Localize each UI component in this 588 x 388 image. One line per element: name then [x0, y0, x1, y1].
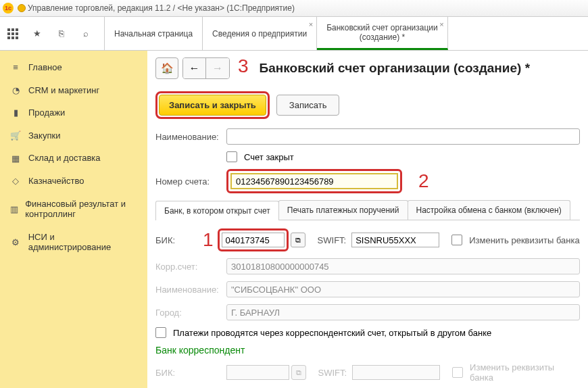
city-row: Город:	[155, 304, 580, 320]
swift-input[interactable]	[351, 233, 439, 247]
change-req-checkbox[interactable]	[451, 235, 462, 245]
menu-icon: ≡	[9, 62, 22, 72]
forward-button[interactable]: →	[206, 58, 229, 78]
tab-bank-account[interactable]: Банковский счет организации (создание) *…	[317, 17, 448, 50]
toolbar: 🏠 ← → 3 Банковский счет организации (соз…	[155, 57, 580, 79]
boxes-icon: ▦	[9, 153, 22, 164]
bik-input[interactable]	[222, 233, 285, 247]
change-req2-label: Изменить реквизиты банка	[470, 362, 580, 383]
annotation-3: 3	[238, 55, 249, 77]
closed-row: Счет закрыт	[155, 151, 580, 162]
subtabs: Банк, в котором открыт счет Печать плате…	[155, 200, 580, 220]
apps-icon[interactable]	[7, 28, 19, 40]
bik2-lookup-button: ⧉	[291, 365, 306, 380]
city-label: Город:	[155, 308, 226, 318]
app-icon: 1c	[3, 3, 14, 14]
corr-other-checkbox[interactable]	[155, 327, 166, 338]
account-label: Номер счета:	[155, 176, 226, 187]
korr-input	[226, 258, 580, 274]
save-close-button[interactable]: Записать и закрыть	[159, 95, 266, 116]
cart-icon: 🛒	[9, 130, 22, 141]
annotation-1: 1	[203, 229, 214, 251]
pie-icon: ◔	[9, 85, 22, 95]
bankname-row: Наименование:	[155, 281, 580, 297]
bik2-label: БИК:	[155, 368, 226, 378]
korr-row: Корр.счет:	[155, 258, 580, 274]
account-row: Номер счета: 2	[155, 169, 580, 193]
tabs: Начальная страница Сведения о предприяти…	[105, 17, 588, 50]
main-content: 🏠 ← → 3 Банковский счет организации (соз…	[147, 51, 588, 388]
swift-label: SWIFT:	[318, 235, 347, 245]
bik2-input	[226, 365, 289, 380]
bankname-input	[226, 281, 580, 297]
command-bar: ★ ⎘ ⌕ Начальная страница Сведения о пред…	[0, 17, 588, 51]
save-button[interactable]: Записать	[276, 95, 340, 116]
closed-checkbox[interactable]	[226, 151, 237, 162]
bik-row: БИК: 1 ⧉ SWIFT: Изменить реквизиты банка	[155, 228, 580, 251]
annotation-frame-1	[218, 228, 289, 251]
bik2-row: БИК: ⧉ SWIFT: Изменить реквизиты банка	[155, 362, 580, 383]
sidebar: ≡Главное ◔CRM и маркетинг ▮Продажи 🛒Заку…	[0, 51, 147, 388]
sidebar-item-main[interactable]: ≡Главное	[0, 56, 147, 79]
subtab-exchange[interactable]: Настройка обмена с банком (включен)	[408, 200, 570, 220]
account-input[interactable]	[230, 173, 398, 189]
sidebar-item-finance[interactable]: ▥Финансовый результат и контроллинг	[0, 193, 147, 226]
corr-other-label: Платежи проводятся через корреспондентск…	[173, 328, 491, 338]
bag-icon: ▮	[9, 107, 22, 118]
sidebar-item-sales[interactable]: ▮Продажи	[0, 101, 147, 124]
tab-company-info[interactable]: Сведения о предприятии ×	[203, 17, 317, 50]
annotation-2: 2	[418, 170, 429, 192]
name-label: Наименование:	[155, 132, 226, 142]
close-icon[interactable]: ×	[439, 20, 443, 28]
sidebar-item-crm[interactable]: ◔CRM и маркетинг	[0, 79, 147, 102]
swift2-input	[352, 365, 440, 380]
subtab-bank[interactable]: Банк, в котором открыт счет	[155, 201, 279, 220]
tab-start-page[interactable]: Начальная страница	[105, 17, 203, 50]
annotation-frame-3: Записать и закрыть	[155, 91, 270, 119]
bankname-label: Наименование:	[155, 285, 226, 295]
home-button[interactable]: 🏠	[155, 57, 178, 79]
name-row: Наименование:	[155, 128, 580, 145]
gear-icon: ⚙	[9, 237, 22, 247]
star-icon[interactable]: ★	[31, 28, 43, 40]
command-bar-left: ★ ⎘ ⌕	[0, 17, 105, 50]
bik-label: БИК:	[155, 235, 203, 245]
window-control[interactable]	[18, 4, 26, 12]
sidebar-item-treasury[interactable]: ◇Казначейство	[0, 170, 147, 193]
name-input[interactable]	[226, 128, 580, 145]
search-icon[interactable]: ⌕	[80, 28, 92, 40]
barchart-icon: ▥	[9, 204, 18, 214]
subtab-print[interactable]: Печать платежных поручений	[278, 200, 408, 220]
closed-label: Счет закрыт	[244, 152, 294, 162]
titlebar: 1c Управление торговлей, редакция 11.2 /…	[0, 0, 588, 17]
swift2-label: SWIFT:	[318, 368, 347, 378]
bik-lookup-button[interactable]: ⧉	[291, 233, 305, 247]
action-row: Записать и закрыть Записать	[155, 91, 580, 119]
city-input	[226, 304, 580, 320]
nav-back-forward: ← →	[182, 57, 230, 79]
change-req-label: Изменить реквизиты банка	[469, 235, 579, 245]
titlebar-text: Управление торговлей, редакция 11.2 / <Н…	[28, 3, 295, 13]
sidebar-item-stock[interactable]: ▦Склад и доставка	[0, 147, 147, 170]
corr-bank-title: Банк корреспондент	[155, 345, 580, 356]
page-title: Банковский счет организации (создание) *	[260, 61, 530, 76]
corr-other-row: Платежи проводятся через корреспондентск…	[155, 327, 580, 338]
sidebar-item-purchases[interactable]: 🛒Закупки	[0, 124, 147, 147]
back-button[interactable]: ←	[183, 58, 206, 78]
annotation-frame-2	[226, 169, 402, 193]
change-req2-checkbox	[452, 367, 463, 378]
close-icon[interactable]: ×	[309, 20, 313, 28]
sidebar-item-admin[interactable]: ⚙НСИ и администрирование	[0, 226, 147, 259]
clipboard-icon[interactable]: ⎘	[55, 28, 68, 40]
money-icon: ◇	[9, 176, 22, 186]
korr-label: Корр.счет:	[155, 262, 226, 272]
